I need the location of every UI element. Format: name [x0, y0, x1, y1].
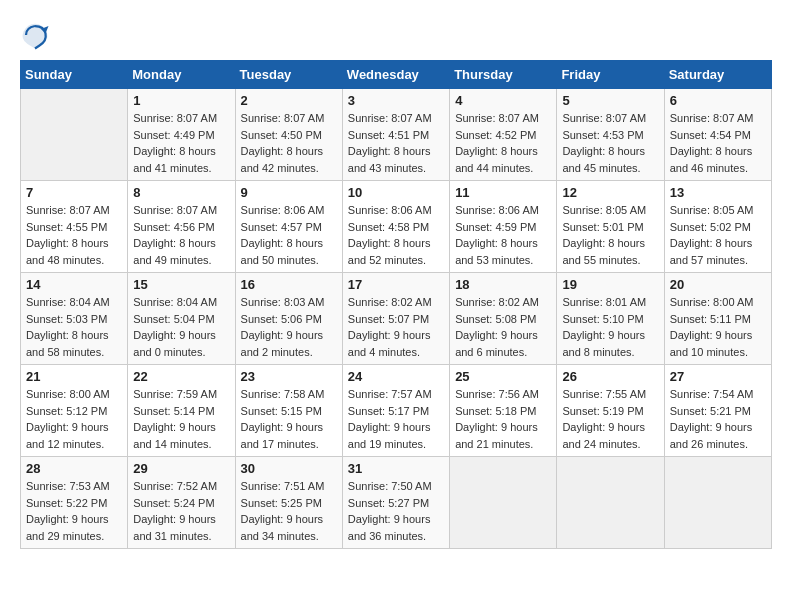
- calendar-cell: 9Sunrise: 8:06 AMSunset: 4:57 PMDaylight…: [235, 181, 342, 273]
- day-number: 21: [26, 369, 122, 384]
- day-number: 19: [562, 277, 658, 292]
- day-info: Sunrise: 8:07 AMSunset: 4:52 PMDaylight:…: [455, 110, 551, 176]
- day-info: Sunrise: 8:05 AMSunset: 5:01 PMDaylight:…: [562, 202, 658, 268]
- day-header-tuesday: Tuesday: [235, 61, 342, 89]
- day-number: 11: [455, 185, 551, 200]
- calendar-cell: 1Sunrise: 8:07 AMSunset: 4:49 PMDaylight…: [128, 89, 235, 181]
- calendar-cell: 28Sunrise: 7:53 AMSunset: 5:22 PMDayligh…: [21, 457, 128, 549]
- day-info: Sunrise: 7:52 AMSunset: 5:24 PMDaylight:…: [133, 478, 229, 544]
- calendar-cell: 10Sunrise: 8:06 AMSunset: 4:58 PMDayligh…: [342, 181, 449, 273]
- day-number: 26: [562, 369, 658, 384]
- day-number: 12: [562, 185, 658, 200]
- calendar-cell: 21Sunrise: 8:00 AMSunset: 5:12 PMDayligh…: [21, 365, 128, 457]
- calendar-cell: [450, 457, 557, 549]
- calendar-cell: 17Sunrise: 8:02 AMSunset: 5:07 PMDayligh…: [342, 273, 449, 365]
- calendar-cell: [557, 457, 664, 549]
- day-header-monday: Monday: [128, 61, 235, 89]
- day-header-thursday: Thursday: [450, 61, 557, 89]
- day-info: Sunrise: 8:07 AMSunset: 4:53 PMDaylight:…: [562, 110, 658, 176]
- calendar-cell: 22Sunrise: 7:59 AMSunset: 5:14 PMDayligh…: [128, 365, 235, 457]
- calendar-cell: 25Sunrise: 7:56 AMSunset: 5:18 PMDayligh…: [450, 365, 557, 457]
- calendar-cell: 18Sunrise: 8:02 AMSunset: 5:08 PMDayligh…: [450, 273, 557, 365]
- day-info: Sunrise: 8:07 AMSunset: 4:54 PMDaylight:…: [670, 110, 766, 176]
- day-info: Sunrise: 8:06 AMSunset: 4:59 PMDaylight:…: [455, 202, 551, 268]
- day-number: 18: [455, 277, 551, 292]
- calendar-cell: 29Sunrise: 7:52 AMSunset: 5:24 PMDayligh…: [128, 457, 235, 549]
- day-info: Sunrise: 8:07 AMSunset: 4:56 PMDaylight:…: [133, 202, 229, 268]
- day-info: Sunrise: 8:07 AMSunset: 4:55 PMDaylight:…: [26, 202, 122, 268]
- calendar-cell: [21, 89, 128, 181]
- day-number: 8: [133, 185, 229, 200]
- day-number: 17: [348, 277, 444, 292]
- day-number: 5: [562, 93, 658, 108]
- calendar-cell: [664, 457, 771, 549]
- day-number: 25: [455, 369, 551, 384]
- calendar-cell: 14Sunrise: 8:04 AMSunset: 5:03 PMDayligh…: [21, 273, 128, 365]
- day-number: 23: [241, 369, 337, 384]
- calendar-cell: 2Sunrise: 8:07 AMSunset: 4:50 PMDaylight…: [235, 89, 342, 181]
- calendar-cell: 12Sunrise: 8:05 AMSunset: 5:01 PMDayligh…: [557, 181, 664, 273]
- calendar-cell: 23Sunrise: 7:58 AMSunset: 5:15 PMDayligh…: [235, 365, 342, 457]
- day-number: 6: [670, 93, 766, 108]
- day-info: Sunrise: 8:05 AMSunset: 5:02 PMDaylight:…: [670, 202, 766, 268]
- day-number: 13: [670, 185, 766, 200]
- day-number: 2: [241, 93, 337, 108]
- day-number: 27: [670, 369, 766, 384]
- day-number: 28: [26, 461, 122, 476]
- calendar-cell: 30Sunrise: 7:51 AMSunset: 5:25 PMDayligh…: [235, 457, 342, 549]
- day-header-sunday: Sunday: [21, 61, 128, 89]
- day-number: 31: [348, 461, 444, 476]
- day-info: Sunrise: 8:00 AMSunset: 5:12 PMDaylight:…: [26, 386, 122, 452]
- calendar-cell: 8Sunrise: 8:07 AMSunset: 4:56 PMDaylight…: [128, 181, 235, 273]
- day-info: Sunrise: 8:04 AMSunset: 5:03 PMDaylight:…: [26, 294, 122, 360]
- calendar-cell: 16Sunrise: 8:03 AMSunset: 5:06 PMDayligh…: [235, 273, 342, 365]
- day-number: 9: [241, 185, 337, 200]
- day-info: Sunrise: 8:02 AMSunset: 5:08 PMDaylight:…: [455, 294, 551, 360]
- day-number: 20: [670, 277, 766, 292]
- day-info: Sunrise: 7:56 AMSunset: 5:18 PMDaylight:…: [455, 386, 551, 452]
- day-header-friday: Friday: [557, 61, 664, 89]
- day-info: Sunrise: 7:59 AMSunset: 5:14 PMDaylight:…: [133, 386, 229, 452]
- calendar-cell: 3Sunrise: 8:07 AMSunset: 4:51 PMDaylight…: [342, 89, 449, 181]
- calendar-cell: 13Sunrise: 8:05 AMSunset: 5:02 PMDayligh…: [664, 181, 771, 273]
- calendar-cell: 20Sunrise: 8:00 AMSunset: 5:11 PMDayligh…: [664, 273, 771, 365]
- day-header-saturday: Saturday: [664, 61, 771, 89]
- calendar-cell: 5Sunrise: 8:07 AMSunset: 4:53 PMDaylight…: [557, 89, 664, 181]
- day-number: 3: [348, 93, 444, 108]
- day-number: 4: [455, 93, 551, 108]
- calendar-cell: 4Sunrise: 8:07 AMSunset: 4:52 PMDaylight…: [450, 89, 557, 181]
- day-info: Sunrise: 8:06 AMSunset: 4:57 PMDaylight:…: [241, 202, 337, 268]
- day-info: Sunrise: 8:02 AMSunset: 5:07 PMDaylight:…: [348, 294, 444, 360]
- calendar-cell: 11Sunrise: 8:06 AMSunset: 4:59 PMDayligh…: [450, 181, 557, 273]
- day-number: 24: [348, 369, 444, 384]
- day-number: 10: [348, 185, 444, 200]
- day-info: Sunrise: 8:04 AMSunset: 5:04 PMDaylight:…: [133, 294, 229, 360]
- day-info: Sunrise: 7:53 AMSunset: 5:22 PMDaylight:…: [26, 478, 122, 544]
- day-number: 22: [133, 369, 229, 384]
- day-info: Sunrise: 8:01 AMSunset: 5:10 PMDaylight:…: [562, 294, 658, 360]
- calendar-cell: 6Sunrise: 8:07 AMSunset: 4:54 PMDaylight…: [664, 89, 771, 181]
- day-info: Sunrise: 7:50 AMSunset: 5:27 PMDaylight:…: [348, 478, 444, 544]
- day-info: Sunrise: 8:07 AMSunset: 4:51 PMDaylight:…: [348, 110, 444, 176]
- day-info: Sunrise: 8:00 AMSunset: 5:11 PMDaylight:…: [670, 294, 766, 360]
- day-number: 1: [133, 93, 229, 108]
- day-info: Sunrise: 8:07 AMSunset: 4:49 PMDaylight:…: [133, 110, 229, 176]
- day-header-wednesday: Wednesday: [342, 61, 449, 89]
- logo-icon: [20, 20, 50, 50]
- calendar-cell: 15Sunrise: 8:04 AMSunset: 5:04 PMDayligh…: [128, 273, 235, 365]
- calendar-table: SundayMondayTuesdayWednesdayThursdayFrid…: [20, 60, 772, 549]
- calendar-cell: 31Sunrise: 7:50 AMSunset: 5:27 PMDayligh…: [342, 457, 449, 549]
- header: [20, 20, 772, 50]
- calendar-cell: 19Sunrise: 8:01 AMSunset: 5:10 PMDayligh…: [557, 273, 664, 365]
- day-info: Sunrise: 8:07 AMSunset: 4:50 PMDaylight:…: [241, 110, 337, 176]
- day-number: 30: [241, 461, 337, 476]
- day-info: Sunrise: 7:58 AMSunset: 5:15 PMDaylight:…: [241, 386, 337, 452]
- calendar-cell: 27Sunrise: 7:54 AMSunset: 5:21 PMDayligh…: [664, 365, 771, 457]
- day-number: 16: [241, 277, 337, 292]
- day-info: Sunrise: 8:06 AMSunset: 4:58 PMDaylight:…: [348, 202, 444, 268]
- day-info: Sunrise: 7:55 AMSunset: 5:19 PMDaylight:…: [562, 386, 658, 452]
- logo: [20, 20, 54, 50]
- day-number: 14: [26, 277, 122, 292]
- day-number: 7: [26, 185, 122, 200]
- calendar-cell: 7Sunrise: 8:07 AMSunset: 4:55 PMDaylight…: [21, 181, 128, 273]
